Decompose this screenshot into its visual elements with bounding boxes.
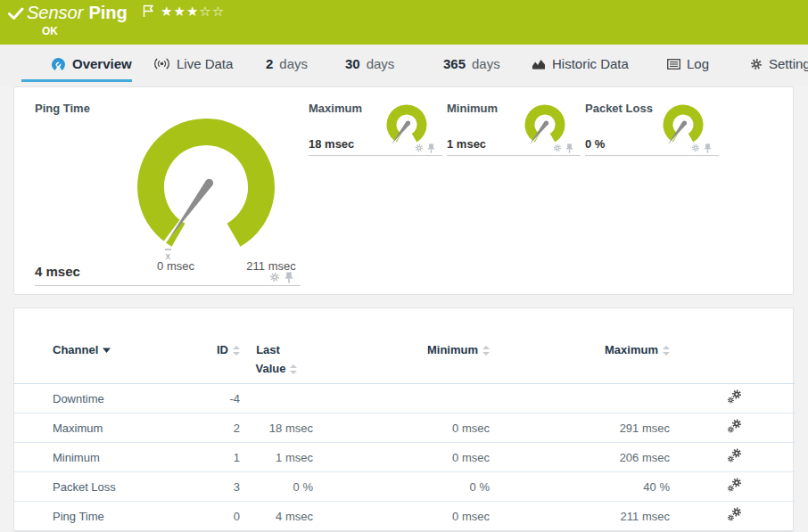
table-row: Maximum 2 18 msec 0 msec 291 msec	[14, 413, 795, 443]
tab-bar: Overview Live Data 2 days 30 days 365 da…	[0, 45, 808, 86]
maximum-value: 18 msec	[309, 137, 354, 151]
header-value-label: Value	[256, 362, 286, 376]
gauge-settings-gear-icon[interactable]	[691, 143, 700, 152]
sort-icon	[482, 346, 490, 356]
pin-icon[interactable]	[565, 143, 573, 153]
channel-name[interactable]: Downtime	[53, 392, 195, 405]
sort-desc-icon	[103, 348, 111, 353]
tab-settings-label: Settings	[769, 56, 808, 71]
header-id[interactable]: ID	[195, 343, 240, 357]
header-last-label: Last	[256, 343, 297, 357]
tab-log[interactable]: Log	[667, 56, 709, 71]
tab-log-label: Log	[687, 56, 709, 71]
channel-last-value: 18 msec	[240, 422, 313, 435]
channel-minimum: 0 msec	[313, 510, 490, 523]
channel-settings-icon[interactable]	[727, 389, 742, 405]
header-minimum-label: Minimum	[427, 343, 478, 357]
tab-2-days-number: 2	[266, 56, 273, 71]
gauge-scale-min: 0 msec	[144, 259, 207, 273]
tab-30-days[interactable]: 30 days	[345, 56, 394, 71]
header-maximum-label: Maximum	[605, 343, 658, 357]
channel-settings-icon[interactable]	[727, 507, 742, 522]
tab-live-data[interactable]: Live Data	[153, 56, 233, 71]
table-row: Minimum 1 1 msec 0 msec 206 msec	[14, 443, 795, 472]
sort-icon	[290, 364, 297, 374]
priority-stars[interactable]: ★★★☆☆	[161, 4, 225, 20]
divider	[447, 155, 581, 156]
divider	[309, 155, 442, 156]
channel-id: -4	[195, 392, 240, 405]
flag-icon[interactable]	[143, 4, 154, 18]
table-row: Ping Time 0 4 msec 0 msec 211 msec	[14, 502, 795, 531]
header-id-label: ID	[217, 343, 228, 357]
active-tab-underline	[21, 79, 132, 82]
tab-settings[interactable]: Settings	[750, 56, 808, 71]
divider	[35, 285, 301, 286]
channel-name[interactable]: Minimum	[53, 451, 195, 464]
ok-check-icon	[8, 7, 24, 20]
channel-settings-icon[interactable]	[727, 419, 742, 434]
tab-30-days-label: days	[367, 56, 395, 71]
channel-id: 1	[195, 451, 240, 464]
sensor-header: SensorPing ★★★☆☆ OK	[0, 0, 808, 45]
channel-table-panel: Channel ID Last Value Minimum Maximum	[13, 307, 794, 532]
tab-live-data-label: Live Data	[177, 56, 233, 71]
page-title: SensorPing	[27, 3, 128, 23]
gauge-icon	[51, 57, 66, 71]
table-row: Downtime -4	[14, 384, 795, 413]
pin-icon[interactable]	[427, 143, 435, 153]
mini-gauge-packet-loss: Packet Loss 0 %	[585, 100, 719, 159]
mini-gauge-title: Maximum	[309, 102, 362, 115]
pin-icon[interactable]	[704, 143, 712, 153]
channel-name[interactable]: Ping Time	[53, 510, 195, 523]
table-header-row: Channel ID Last Value Minimum Maximum	[14, 339, 795, 384]
channel-name[interactable]: Packet Loss	[53, 480, 195, 494]
channel-id: 2	[195, 422, 240, 435]
header-maximum[interactable]: Maximum	[490, 343, 670, 357]
channel-last-value: 4 msec	[240, 510, 313, 523]
channel-maximum: 291 msec	[490, 422, 670, 435]
log-icon	[667, 59, 680, 70]
gauge-scale-max: 211 msec	[235, 259, 307, 273]
main-gauge-title: Ping Time	[35, 102, 90, 115]
gauge-settings-gear-icon[interactable]	[415, 143, 424, 152]
overview-gauges-panel: Ping Time x 0 msec 211 msec 4 msec Maxim…	[13, 86, 794, 295]
gauge-settings-gear-icon[interactable]	[553, 143, 562, 152]
tab-365-days-label: days	[472, 56, 500, 71]
channel-settings-icon[interactable]	[727, 448, 742, 463]
chart-icon	[532, 58, 546, 70]
mini-gauge-maximum: Maximum 18 msec	[309, 100, 442, 159]
header-channel[interactable]: Channel	[53, 343, 195, 357]
channel-table: Channel ID Last Value Minimum Maximum	[14, 339, 795, 531]
status-badge: OK	[42, 25, 58, 37]
sort-icon	[663, 346, 670, 356]
pin-icon[interactable]	[284, 272, 293, 283]
channel-last-value: 0 %	[240, 480, 313, 494]
mini-gauge-title: Packet Loss	[585, 102, 653, 115]
channel-minimum: 0 %	[313, 480, 490, 494]
header-last-value[interactable]: Last Value	[240, 343, 313, 376]
gear-icon	[750, 58, 763, 70]
tab-overview-label: Overview	[72, 56, 132, 71]
tab-historic-data[interactable]: Historic Data	[532, 56, 629, 71]
channel-id: 0	[195, 510, 240, 523]
tab-2-days-label: days	[279, 56, 308, 71]
header-minimum[interactable]: Minimum	[313, 343, 490, 357]
channel-name[interactable]: Maximum	[53, 422, 195, 435]
channel-minimum: 0 msec	[313, 451, 490, 464]
tab-2-days[interactable]: 2 days	[266, 56, 308, 71]
gauge-settings-gear-icon[interactable]	[269, 272, 280, 282]
sensor-name: Ping	[88, 3, 127, 22]
tab-historic-data-label: Historic Data	[552, 56, 629, 71]
packet-loss-value: 0 %	[585, 137, 605, 151]
broadcast-icon	[153, 58, 170, 70]
channel-minimum: 0 msec	[313, 422, 490, 435]
channel-maximum: 40 %	[490, 480, 670, 494]
tab-overview[interactable]: Overview	[51, 56, 132, 71]
ping-time-gauge: x	[121, 107, 291, 276]
channel-settings-icon[interactable]	[727, 478, 742, 493]
divider	[585, 155, 719, 156]
tab-365-days[interactable]: 365 days	[443, 56, 500, 71]
header-channel-label: Channel	[53, 343, 98, 357]
channel-maximum: 211 msec	[490, 510, 670, 523]
